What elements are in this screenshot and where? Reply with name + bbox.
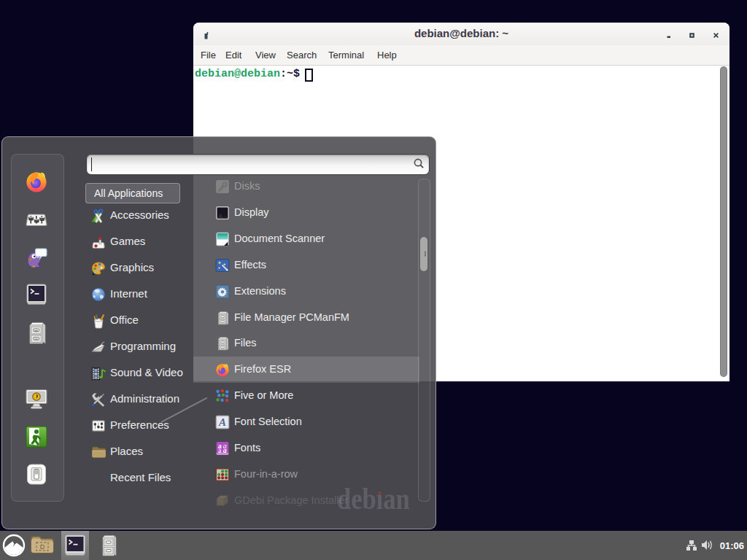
svg-text:A: A (218, 416, 226, 428)
svg-text:a: a (218, 446, 222, 454)
svg-text:D: D (40, 543, 45, 551)
svg-text:a: a (223, 446, 227, 454)
